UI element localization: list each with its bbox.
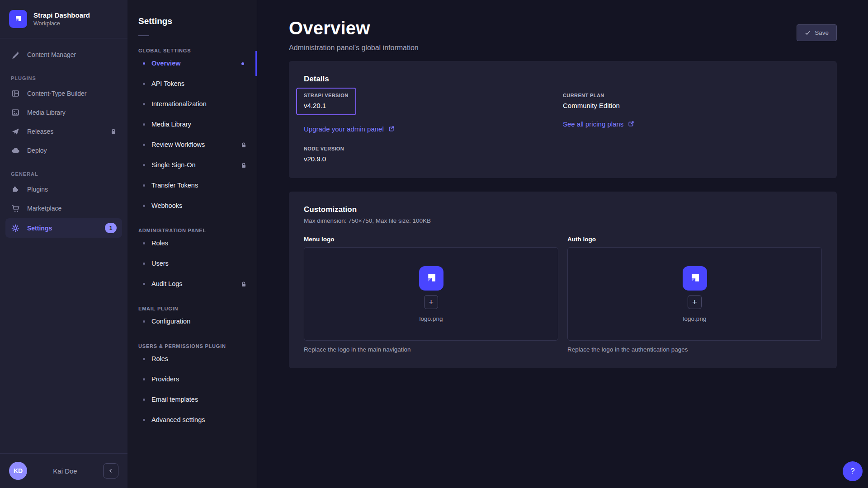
main-nav-list: Content Manager PLUGINS Content-Type Bui… [0,38,127,453]
auth-logo-filename: logo.png [683,315,707,322]
save-button[interactable]: Save [797,24,837,41]
pricing-link-label: See all pricing plans [563,120,623,128]
subnav-item-webhooks[interactable]: Webhooks [127,196,257,216]
subnav-section-users-permissions-plugin: USERS & PERMISSIONS PLUGIN [127,343,257,349]
bullet-icon [143,320,145,323]
subnav-item-media-library[interactable]: Media Library [127,114,257,135]
nav-item-content-type-builder[interactable]: Content-Type Builder [5,84,122,103]
subnav-item-label: Email templates [151,395,198,404]
subnav-item-label: Roles [151,239,168,248]
bullet-icon [143,164,145,166]
current-plan-value: Community Edition [563,102,822,109]
subnav-section-email-plugin: EMAIL PLUGIN [127,306,257,311]
subnav-item-label: Transfer Tokens [151,181,198,190]
nav-item-marketplace[interactable]: Marketplace [5,199,122,217]
bullet-icon [143,205,145,207]
subnav-item-configuration[interactable]: Configuration [127,311,257,332]
bullet-icon [143,399,145,401]
auth-logo-upload-area[interactable]: + logo.png [567,247,822,341]
paper-plane-icon [11,127,20,136]
subnav-item-review-workflows[interactable]: Review Workflows [127,135,257,155]
subnav-item-label: Audit Logs [151,279,183,289]
subnav-item-label: Roles [151,354,168,364]
nav-item-plugins[interactable]: Plugins [5,180,122,198]
subnav-item-users[interactable]: Users [127,253,257,274]
external-link-icon [388,126,395,132]
menu-logo-caption: Replace the logo in the main navigation [304,346,558,353]
pricing-plans-link[interactable]: See all pricing plans [563,120,634,128]
subnav-item-label: Overview [151,59,181,68]
bullet-icon [143,358,145,360]
strapi-version-label: STRAPI VERSION [304,93,349,98]
menu-logo-filename: logo.png [420,315,443,322]
customization-subtitle: Max dimension: 750×750, Max file size: 1… [304,217,822,224]
main-sidebar: Strapi Dashboard Workplace Content Manag… [0,0,127,488]
add-menu-logo-button[interactable]: + [424,295,438,309]
subnav-title: Settings [127,12,257,26]
menu-logo-upload-area[interactable]: + logo.png [304,247,558,341]
workspace-header[interactable]: Strapi Dashboard Workplace [0,0,127,38]
nav-item-deploy[interactable]: Deploy [5,141,122,160]
lock-icon [241,281,247,287]
nav-item-label: Marketplace [27,205,61,212]
nav-item-settings[interactable]: Settings 1 [5,218,122,238]
subnav-section-global-settings: GLOBAL SETTINGS [127,48,257,53]
settings-subnav: Settings GLOBAL SETTINGS Overview API To… [127,0,257,488]
subnav-item-roles-up[interactable]: Roles [127,349,257,369]
bullet-icon [143,184,145,187]
cart-icon [11,204,20,213]
chevron-left-icon [108,468,113,474]
auth-logo-label: Auth logo [567,236,822,243]
add-auth-logo-button[interactable]: + [688,295,702,309]
subnav-item-roles-admin[interactable]: Roles [127,233,257,253]
menu-logo-label: Menu logo [304,236,558,243]
collapse-sidebar-button[interactable] [103,463,118,479]
user-panel[interactable]: KD Kai Doe [0,453,127,488]
upgrade-link-label: Upgrade your admin panel [304,125,384,133]
question-mark-icon: ? [850,467,854,475]
nav-item-content-manager[interactable]: Content Manager [5,46,122,64]
lock-icon [241,162,247,169]
node-version-label: NODE VERSION [304,146,563,151]
check-icon [805,30,811,36]
subnav-item-single-sign-on[interactable]: Single Sign-On [127,155,257,175]
subnav-item-providers[interactable]: Providers [127,369,257,389]
customization-card: Customization Max dimension: 750×750, Ma… [289,192,837,368]
customization-title: Customization [304,205,822,214]
help-button[interactable]: ? [843,461,863,481]
image-icon [11,108,20,117]
subnav-item-api-tokens[interactable]: API Tokens [127,74,257,94]
subnav-item-email-templates[interactable]: Email templates [127,389,257,410]
subnav-item-audit-logs[interactable]: Audit Logs [127,274,257,294]
nav-item-releases[interactable]: Releases [5,122,122,141]
nav-item-label: Content Manager [27,51,76,58]
gear-icon [11,224,20,233]
main-content: Overview Administration panel's global i… [257,0,868,488]
page-subtitle: Administration panel's global informatio… [289,44,419,52]
upgrade-admin-panel-link[interactable]: Upgrade your admin panel [304,125,395,133]
workspace-subtitle: Workplace [33,20,90,27]
page-title: Overview [289,18,419,38]
bullet-icon [143,419,145,421]
current-plan-label: CURRENT PLAN [563,93,822,98]
subnav-item-internationalization[interactable]: Internationalization [127,94,257,114]
puzzle-icon [11,185,20,194]
pen-icon [11,50,20,59]
node-version-value: v20.9.0 [304,155,563,163]
subnav-item-overview[interactable]: Overview [127,53,257,74]
subnav-item-advanced-settings[interactable]: Advanced settings [127,410,257,430]
strapi-logo-icon [419,266,443,291]
subnav-item-label: Configuration [151,317,190,326]
nav-item-label: Plugins [27,186,48,193]
workspace-title: Strapi Dashboard [33,11,90,19]
user-name: Kai Doe [27,467,103,475]
lock-icon [241,142,247,148]
nav-item-media-library[interactable]: Media Library [5,103,122,122]
subnav-item-transfer-tokens[interactable]: Transfer Tokens [127,175,257,196]
nav-item-label: Settings [27,225,52,232]
strapi-version-highlight-box: STRAPI VERSION v4.20.1 [296,88,356,115]
nav-section-plugins: PLUGINS [11,75,117,81]
strapi-logo-icon [9,10,27,28]
notification-badge: 1 [105,223,117,233]
bullet-icon [143,378,145,380]
